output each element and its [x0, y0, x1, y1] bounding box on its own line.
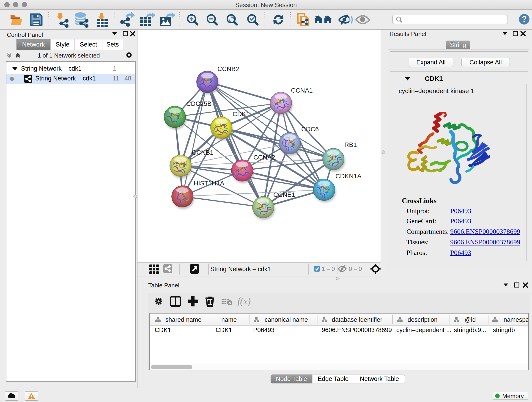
svg-text:CCNB1: CCNB1: [192, 149, 214, 156]
svg-text:CDC25B: CDC25B: [186, 100, 211, 107]
svg-text:1 – 0: 1 – 0: [322, 265, 335, 272]
svg-text:String Network – cdk1: String Network – cdk1: [210, 266, 271, 273]
svg-text:canonical name: canonical name: [265, 316, 308, 323]
svg-text:CCNE1: CCNE1: [273, 191, 295, 198]
svg-text:f(x): f(x): [237, 296, 251, 307]
svg-text:CCNA2: CCNA2: [253, 154, 275, 161]
svg-text:CCNB2: CCNB2: [217, 65, 239, 72]
svg-text:CCNA1: CCNA1: [291, 87, 313, 94]
svg-text:?: ?: [522, 14, 527, 24]
svg-text:HIST1H1A: HIST1H1A: [194, 180, 224, 187]
svg-text:database identifier: database identifier: [332, 316, 382, 323]
svg-text:name: name: [221, 316, 237, 323]
svg-text:RB1: RB1: [344, 141, 357, 148]
svg-text:shared name: shared name: [165, 316, 202, 323]
svg-text:@id: @id: [465, 316, 476, 323]
svg-text:description: description: [408, 316, 438, 323]
svg-text:CDKN1A: CDKN1A: [336, 172, 361, 180]
svg-text:CDC6: CDC6: [301, 126, 319, 133]
svg-text:CDK1: CDK1: [233, 110, 250, 118]
svg-text:0 – 0: 0 – 0: [349, 265, 362, 272]
svg-text:namespac: namespac: [504, 316, 528, 323]
